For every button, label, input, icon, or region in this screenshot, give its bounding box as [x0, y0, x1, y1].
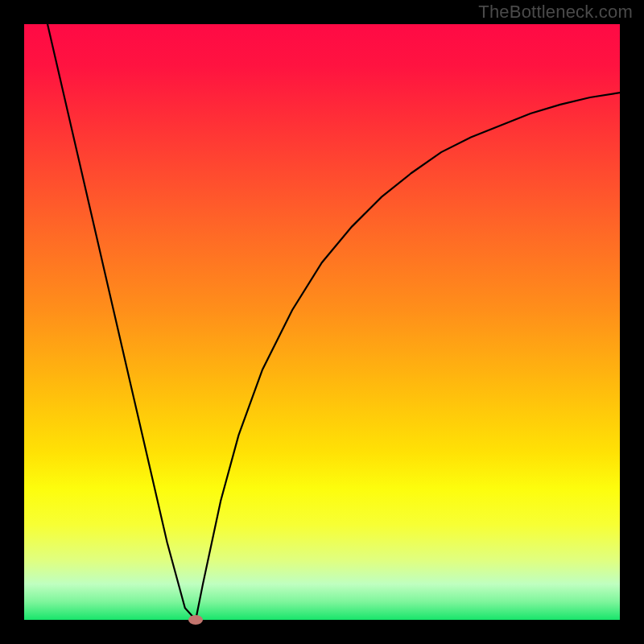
curve-path [24, 24, 620, 620]
watermark-text: TheBottleneck.com [478, 2, 633, 23]
chart-frame: TheBottleneck.com [0, 0, 644, 644]
minimum-marker [188, 615, 203, 625]
curve-svg [24, 24, 620, 620]
plot-area [24, 24, 620, 620]
